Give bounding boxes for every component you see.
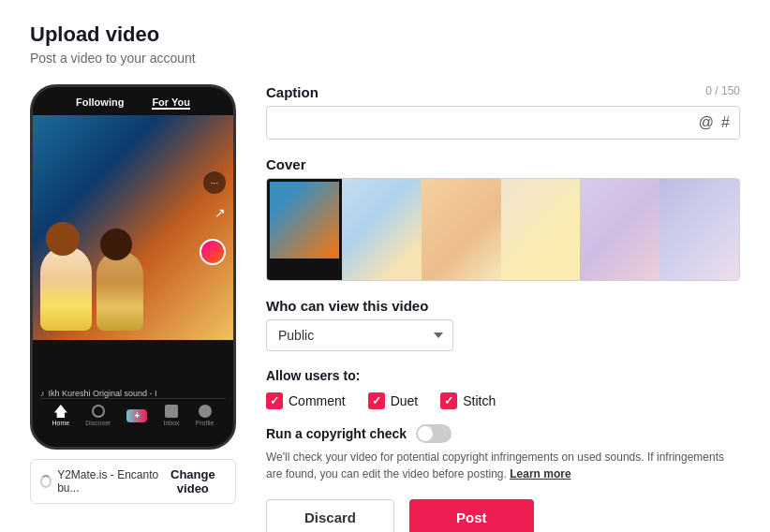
caption-counter: 0 / 150 <box>705 84 740 97</box>
checkboxes-row: Comment Duet Stitch <box>266 392 740 409</box>
nav-profile-label: Profile <box>196 420 215 426</box>
nav-profile: Profile <box>196 405 215 426</box>
cover-thumb-5[interactable] <box>659 179 739 280</box>
page-title: Upload video <box>30 22 740 47</box>
home-icon <box>54 405 67 418</box>
character-body <box>40 246 92 331</box>
caption-icons: @ # <box>699 114 730 131</box>
comment-checkbox[interactable] <box>266 392 283 409</box>
visibility-dropdown[interactable]: Public Friends Private <box>266 319 453 351</box>
cover-thumb-3[interactable] <box>501 179 581 280</box>
stitch-label: Stitch <box>463 393 496 408</box>
avatar <box>200 239 226 265</box>
allow-users-label: Allow users to: <box>266 368 740 383</box>
for-you-tab: For You <box>152 96 190 110</box>
nav-discover-label: Discover <box>85 420 111 426</box>
following-tab: Following <box>76 96 124 110</box>
caption-input[interactable] <box>276 115 699 130</box>
copyright-section: Run a copyright check We'll check your v… <box>266 424 740 482</box>
cover-thumbnails <box>342 179 739 280</box>
caption-label: Caption 0 / 150 <box>266 84 740 100</box>
phone-tab-bar: Following For You <box>33 87 233 115</box>
allow-users-section: Allow users to: Comment Duet Stitch <box>266 368 740 409</box>
stitch-option: Stitch <box>440 392 496 409</box>
discard-button[interactable]: Discard <box>266 499 394 532</box>
three-dots-icon: ··· <box>203 171 226 194</box>
phone-preview: Following For You ··· ↗ ♡ <box>30 84 236 504</box>
phone-nav: Home Discover + Inbox Pro <box>40 398 226 428</box>
phone-mockup: Following For You ··· ↗ ♡ <box>30 84 236 450</box>
duet-option: Duet <box>368 392 419 409</box>
cover-thumb-1[interactable] <box>342 179 422 280</box>
song-title: Ikh Kureshi Original sound - I <box>49 389 157 398</box>
copyright-title: Run a copyright check <box>266 426 407 441</box>
add-icon: + <box>126 409 147 422</box>
nav-home-label: Home <box>52 420 70 426</box>
comment-label: Comment <box>289 393 346 408</box>
at-icon[interactable]: @ <box>699 114 714 131</box>
main-layout: Following For You ··· ↗ ♡ <box>30 84 740 532</box>
hash-icon[interactable]: # <box>721 114 730 131</box>
nav-inbox-label: Inbox <box>163 420 179 426</box>
nav-inbox: Inbox <box>163 405 179 426</box>
cover-selected-frame[interactable] <box>267 179 342 280</box>
phone-bottom-info: ♪ Ikh Kureshi Original sound - I Home Di… <box>33 340 233 434</box>
visibility-label: Who can view this video <box>266 298 740 314</box>
cover-thumb-2[interactable] <box>422 179 501 280</box>
change-video-button[interactable]: Change video <box>160 467 226 495</box>
profile-icon <box>199 405 212 418</box>
caption-field-wrap: @ # <box>266 106 740 140</box>
discover-icon <box>92 405 105 418</box>
page-subtitle: Post a video to your account <box>30 51 740 66</box>
copyright-toggle[interactable] <box>416 424 452 443</box>
character-head <box>46 222 80 256</box>
cover-label: Cover <box>266 156 740 172</box>
action-buttons: Discard Post <box>266 499 740 532</box>
cover-strip[interactable] <box>266 178 740 281</box>
nav-discover: Discover <box>85 405 111 426</box>
nav-home: Home <box>52 405 70 426</box>
loading-icon <box>40 475 52 488</box>
copyright-description: We'll check your video for potential cop… <box>266 449 740 482</box>
comment-option: Comment <box>266 392 346 409</box>
cover-thumb-4[interactable] <box>580 179 659 280</box>
stitch-checkbox[interactable] <box>440 392 457 409</box>
visibility-section: Who can view this video Public Friends P… <box>266 298 740 351</box>
inbox-icon <box>165 405 178 418</box>
duet-checkbox[interactable] <box>368 392 385 409</box>
song-info: ♪ Ikh Kureshi Original sound - I <box>40 389 226 398</box>
video-filename: Y2Mate.is - Encanto bu... <box>57 468 160 495</box>
learn-more-link[interactable]: Learn more <box>510 467 570 480</box>
copyright-header: Run a copyright check <box>266 424 740 443</box>
right-panel: Caption 0 / 150 @ # Cover Who can view <box>266 84 740 532</box>
character2-body <box>96 251 143 331</box>
character2-head <box>100 229 132 260</box>
phone-video: ··· ↗ ♡ <box>33 115 233 340</box>
nav-add: + <box>126 409 147 422</box>
video-source-bar: Y2Mate.is - Encanto bu... Change video <box>30 459 236 504</box>
post-button[interactable]: Post <box>409 499 534 532</box>
video-source-info: Y2Mate.is - Encanto bu... <box>40 468 160 495</box>
share-icon: ↗ <box>215 205 226 220</box>
duet-label: Duet <box>391 393 419 408</box>
